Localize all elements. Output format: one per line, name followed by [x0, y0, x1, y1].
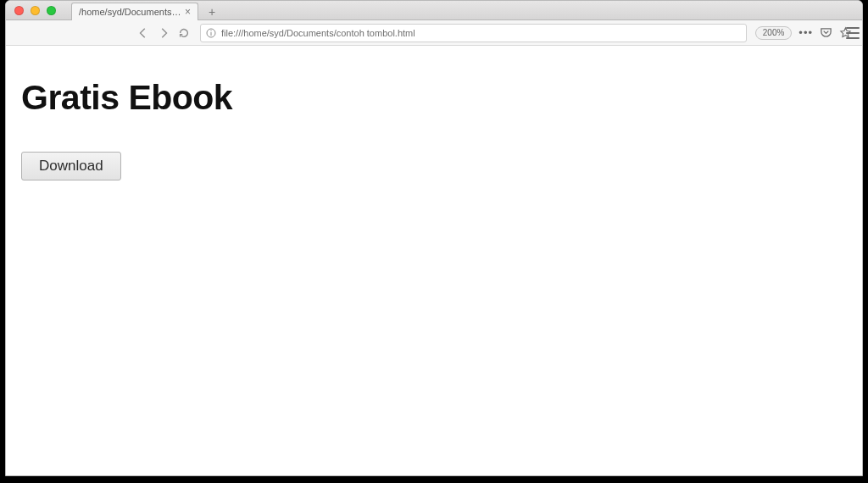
more-actions-icon[interactable]: ••• [798, 26, 813, 39]
reload-button[interactable] [176, 25, 192, 41]
page-title: Gratis Ebook [21, 78, 862, 118]
pocket-icon[interactable] [820, 26, 832, 39]
new-tab-button[interactable]: + [203, 4, 220, 19]
browser-window: /home/syd/Documents/contoh × + file:///h… [5, 0, 863, 476]
close-tab-icon[interactable]: × [183, 6, 192, 18]
tab-title: /home/syd/Documents/contoh [79, 7, 183, 17]
menu-button[interactable] [846, 27, 860, 39]
toolbar-right: 200% ••• [755, 26, 852, 40]
toolbar: file:///home/syd/Documents/contoh tombol… [6, 20, 862, 46]
close-window-button[interactable] [14, 6, 24, 15]
svg-point-2 [210, 30, 211, 31]
download-button[interactable]: Download [21, 152, 121, 180]
forward-button[interactable] [156, 25, 171, 41]
traffic-lights [14, 6, 56, 15]
titlebar: /home/syd/Documents/contoh × + [6, 1, 862, 20]
tabstrip: /home/syd/Documents/contoh × + [71, 1, 220, 19]
minimize-window-button[interactable] [31, 6, 40, 15]
info-icon[interactable] [206, 28, 216, 38]
browser-tab[interactable]: /home/syd/Documents/contoh × [71, 3, 198, 20]
nav-group [136, 25, 192, 41]
maximize-window-button[interactable] [47, 6, 56, 15]
zoom-label: 200% [763, 28, 785, 37]
back-button[interactable] [136, 25, 151, 41]
page-viewport: Gratis Ebook Download [6, 46, 862, 475]
url-text: file:///home/syd/Documents/contoh tombol… [221, 28, 741, 38]
url-bar[interactable]: file:///home/syd/Documents/contoh tombol… [200, 24, 747, 42]
zoom-indicator[interactable]: 200% [755, 26, 793, 40]
